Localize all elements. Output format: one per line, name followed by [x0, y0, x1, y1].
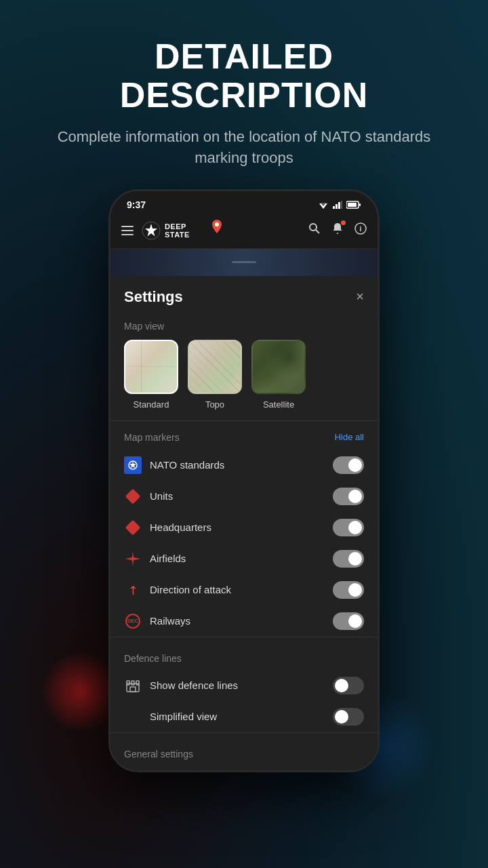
nato-label: NATO standards [150, 459, 224, 471]
app-logo: DEEPSTATE [142, 221, 190, 240]
units-icon [124, 488, 142, 505]
map-view-label: Map view [110, 315, 378, 340]
units-left: Units [124, 488, 173, 505]
map-markers-label: Map markers [124, 432, 180, 443]
settings-title: Settings [124, 288, 183, 306]
svg-marker-10 [145, 224, 157, 237]
map-strip [110, 249, 378, 276]
units-toggle[interactable] [333, 488, 364, 505]
nato-left: NATO standards [124, 456, 224, 474]
railways-label: Railways [150, 615, 190, 627]
map-views: Standard Topo Satellite [110, 340, 378, 420]
wifi-icon [318, 201, 329, 209]
simplified-label: Simplified view [150, 711, 217, 722]
topo-label: Topo [205, 399, 224, 410]
svg-rect-7 [348, 203, 357, 207]
simplified-left: Simplified view [124, 711, 217, 722]
hamburger-line [121, 230, 134, 231]
hq-label: Headquarters [150, 521, 211, 533]
svg-rect-8 [359, 203, 361, 206]
phone-screen: 9:37 [110, 191, 378, 770]
phone-frame: 9:37 [108, 189, 380, 772]
hq-toggle[interactable] [333, 519, 364, 536]
divider-1 [110, 420, 378, 421]
app-bar-right: i [308, 222, 367, 238]
hamburger-line [121, 234, 134, 235]
title-line1: DETAILED [155, 37, 333, 76]
hq-row: Headquarters [110, 512, 378, 543]
hq-diamond [125, 520, 141, 536]
info-button[interactable]: i [354, 222, 367, 238]
title-line2: DESCRIPTION [120, 75, 368, 115]
search-button[interactable] [308, 222, 321, 238]
app-name: DEEPSTATE [165, 222, 190, 239]
nato-badge [124, 456, 142, 474]
defence-section-header: Defence lines [110, 643, 378, 670]
map-strip-handle[interactable] [232, 261, 256, 263]
hide-all-button[interactable]: Hide all [335, 432, 364, 442]
map-thumb-topo[interactable]: Topo [188, 340, 242, 410]
railway-icon: SEC [124, 612, 142, 630]
show-defence-toggle[interactable] [333, 677, 364, 694]
nato-icon [124, 456, 142, 474]
map-thumb-satellite[interactable]: Satellite [251, 340, 306, 410]
general-settings-label: General settings [124, 749, 193, 760]
direction-left: ↗ Direction of attack [124, 581, 231, 599]
subtitle: Complete information on the location of … [41, 127, 447, 169]
railways-row: SEC Railways [110, 606, 378, 637]
toggle-knob [348, 490, 362, 503]
castle-svg-icon [125, 678, 140, 693]
svg-rect-2 [333, 206, 335, 209]
toggle-knob [348, 521, 362, 534]
show-defence-row: Show defence lines [110, 670, 378, 701]
toggle-knob [348, 458, 362, 472]
svg-rect-4 [338, 202, 340, 209]
hq-icon [124, 519, 142, 536]
svg-point-11 [215, 222, 219, 226]
svg-text:i: i [359, 224, 361, 233]
app-bar-left: DEEPSTATE [121, 221, 190, 240]
direction-row: ↗ Direction of attack [110, 574, 378, 606]
defence-label: Defence lines [124, 653, 182, 664]
nato-row: NATO standards [110, 450, 378, 481]
nato-star-icon [127, 460, 138, 471]
toggle-knob [335, 679, 348, 692]
railways-toggle[interactable] [333, 612, 364, 630]
map-preview-area [190, 220, 308, 241]
battery-icon [346, 201, 361, 209]
svg-rect-19 [127, 681, 129, 685]
standard-label: Standard [134, 399, 169, 410]
main-title: DETAILED DESCRIPTION [41, 37, 447, 115]
general-section-header: General settings [110, 738, 378, 766]
standard-thumbnail [124, 340, 178, 394]
hamburger-menu[interactable] [121, 226, 134, 235]
simplified-toggle[interactable] [333, 708, 364, 726]
nato-toggle[interactable] [333, 456, 364, 474]
topo-thumbnail [188, 340, 242, 394]
simplified-row: Simplified view [110, 701, 378, 732]
airfields-left: Airfields [124, 550, 186, 568]
svg-rect-5 [341, 201, 342, 209]
direction-icon: ↗ [124, 581, 142, 599]
svg-rect-20 [131, 681, 134, 685]
airfields-row: Airfields [110, 543, 378, 574]
svg-rect-3 [336, 204, 338, 209]
close-button[interactable]: × [356, 289, 364, 304]
notification-button[interactable] [331, 222, 344, 238]
status-time: 9:37 [127, 199, 146, 210]
castle-icon [124, 677, 142, 694]
units-diamond [125, 489, 141, 505]
signal-icon [333, 201, 342, 209]
direction-label: Direction of attack [150, 584, 231, 595]
markers-header: Map markers Hide all [110, 427, 378, 450]
direction-toggle[interactable] [333, 581, 364, 599]
map-thumb-standard[interactable]: Standard [124, 340, 178, 410]
airfield-shape [125, 551, 140, 566]
svg-rect-21 [136, 681, 139, 685]
settings-panel: Settings × Map view Standard Topo [110, 276, 378, 770]
settings-header: Settings × [110, 276, 378, 315]
hamburger-line [121, 226, 134, 227]
divider-3 [110, 732, 378, 733]
page: DETAILED DESCRIPTION Complete informatio… [0, 0, 488, 868]
airfields-toggle[interactable] [333, 550, 364, 568]
